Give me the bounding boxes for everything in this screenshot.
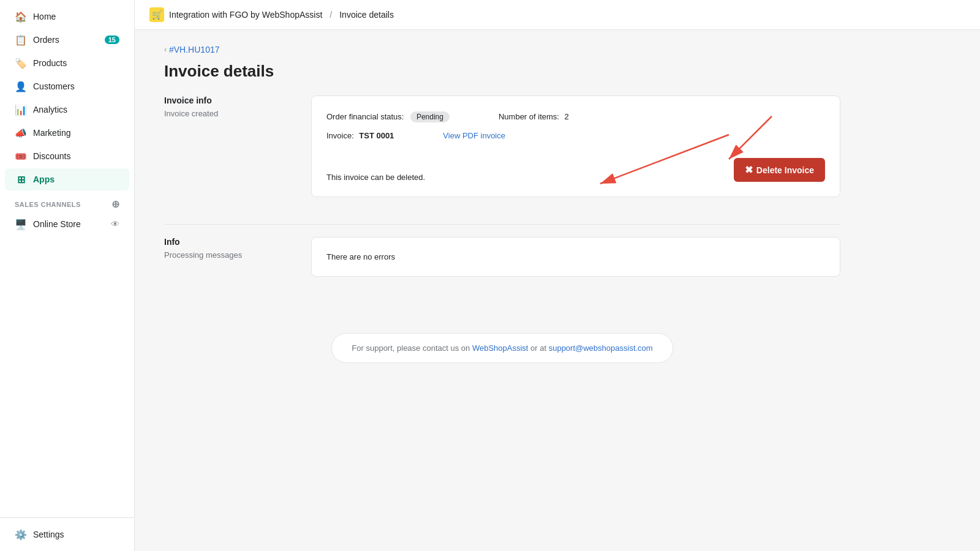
sidebar-item-settings[interactable]: ⚙️ Settings: [5, 523, 129, 545]
sidebar-item-online-store[interactable]: 🖥️ Online Store 👁: [5, 213, 129, 235]
section-divider: [164, 224, 840, 225]
invoice-info-right: Order financial status: Pending Number o…: [311, 96, 840, 209]
topbar: 🛒 Integration with FGO by WebShopAssist …: [135, 0, 980, 30]
add-sales-channel-icon[interactable]: ⊕: [111, 198, 120, 210]
products-icon: 🏷️: [15, 57, 27, 69]
support-email-link[interactable]: support@webshopassist.com: [549, 343, 653, 353]
no-errors-text: There are no errors: [326, 252, 825, 261]
invoice-value: TST 0001: [359, 131, 394, 140]
sidebar-item-label: Home: [33, 12, 56, 21]
sidebar-settings: ⚙️ Settings: [0, 517, 134, 551]
sidebar-item-label: Apps: [33, 174, 55, 184]
sidebar-item-discounts[interactable]: 🎟️ Discounts: [5, 145, 129, 167]
invoice-label: Invoice:: [326, 131, 354, 140]
sidebar-item-products[interactable]: 🏷️ Products: [5, 52, 129, 74]
sidebar-item-label: Online Store: [33, 219, 81, 229]
orders-badge: 15: [105, 36, 119, 44]
eye-icon[interactable]: 👁: [111, 219, 119, 229]
invoice-info-title: Invoice info: [164, 96, 287, 105]
support-footer: For support, please contact us on WebSho…: [331, 333, 673, 363]
info-sub: Processing messages: [164, 250, 287, 260]
breadcrumb-label: #VH.HU1017: [169, 45, 220, 54]
sidebar-item-label: Discounts: [33, 151, 70, 161]
delete-invoice-icon: ✖: [745, 164, 753, 176]
card-bottom-row: This invoice can be deleted. ✖ Delete In…: [326, 151, 825, 182]
number-of-items-value: 2: [564, 112, 568, 121]
delete-invoice-button[interactable]: ✖ Delete Invoice: [734, 158, 825, 182]
order-financial-status: Order financial status: Pending: [326, 111, 450, 122]
order-financial-status-label: Order financial status:: [326, 112, 404, 121]
support-or-at: or at: [528, 343, 548, 353]
invoice-deletable-note: This invoice can be deleted.: [326, 173, 425, 182]
invoice-info-section: Invoice info Invoice created Order finan…: [164, 96, 840, 209]
page-heading: Invoice details: [164, 62, 840, 81]
back-chevron-icon: ‹: [164, 45, 167, 54]
info-section: Info Processing messages There are no er…: [164, 237, 840, 289]
sidebar-item-home[interactable]: 🏠 Home: [5, 6, 129, 28]
customers-icon: 👤: [15, 80, 27, 92]
topbar-page-title: Invoice details: [339, 10, 394, 20]
main-content: 🛒 Integration with FGO by WebShopAssist …: [135, 0, 980, 551]
sidebar-item-label: Products: [33, 58, 67, 68]
sidebar-item-label: Marketing: [33, 128, 70, 138]
delete-invoice-label: Delete Invoice: [756, 165, 814, 175]
breadcrumb[interactable]: ‹ #VH.HU1017: [164, 45, 840, 54]
view-pdf-link-container[interactable]: View PDF invoice: [443, 130, 505, 141]
sidebar-item-orders[interactable]: 📋 Orders 15: [5, 29, 129, 51]
number-of-items: Number of items: 2: [499, 111, 569, 122]
webshopassist-link[interactable]: WebShopAssist: [472, 343, 529, 353]
sidebar-item-label: Settings: [33, 530, 64, 539]
sidebar: 🏠 Home 📋 Orders 15 🏷️ Products 👤 Custome…: [0, 0, 135, 551]
orders-icon: 📋: [15, 34, 27, 46]
invoice-info-left: Invoice info Invoice created: [164, 96, 287, 209]
online-store-icon: 🖥️: [15, 218, 27, 230]
invoice-number: Invoice: TST 0001: [326, 130, 394, 141]
number-of-items-label: Number of items:: [499, 112, 559, 121]
info-title: Info: [164, 237, 287, 247]
support-text: For support, please contact us on: [352, 343, 472, 353]
apps-icon: ⊞: [15, 173, 27, 186]
sidebar-item-label: Analytics: [33, 105, 67, 114]
info-left: Info Processing messages: [164, 237, 287, 289]
sidebar-item-apps[interactable]: ⊞ Apps: [5, 168, 129, 190]
sales-channels-section: SALES CHANNELS ⊕: [0, 191, 134, 212]
support-footer-wrap: For support, please contact us on WebSho…: [164, 309, 840, 363]
discounts-icon: 🎟️: [15, 150, 27, 162]
settings-icon: ⚙️: [15, 528, 27, 541]
info-card: There are no errors: [311, 237, 840, 277]
invoice-info-card: Order financial status: Pending Number o…: [311, 96, 840, 197]
breadcrumb-separator: /: [330, 10, 332, 20]
sidebar-item-label: Orders: [33, 35, 59, 45]
sidebar-item-customers[interactable]: 👤 Customers: [5, 75, 129, 97]
info-right: There are no errors: [311, 237, 840, 289]
home-icon: 🏠: [15, 10, 27, 23]
app-name: Integration with FGO by WebShopAssist: [169, 10, 322, 20]
sidebar-item-marketing[interactable]: 📣 Marketing: [5, 122, 129, 144]
app-icon: 🛒: [149, 7, 164, 22]
sidebar-item-label: Customers: [33, 81, 75, 91]
sidebar-item-analytics[interactable]: 📊 Analytics: [5, 99, 129, 121]
invoice-info-sub: Invoice created: [164, 109, 287, 118]
view-pdf-link[interactable]: View PDF invoice: [443, 131, 505, 140]
analytics-icon: 📊: [15, 103, 27, 116]
page-content: ‹ #VH.HU1017 Invoice details Invoice inf…: [135, 30, 870, 378]
marketing-icon: 📣: [15, 127, 27, 139]
pending-badge: Pending: [410, 111, 450, 122]
